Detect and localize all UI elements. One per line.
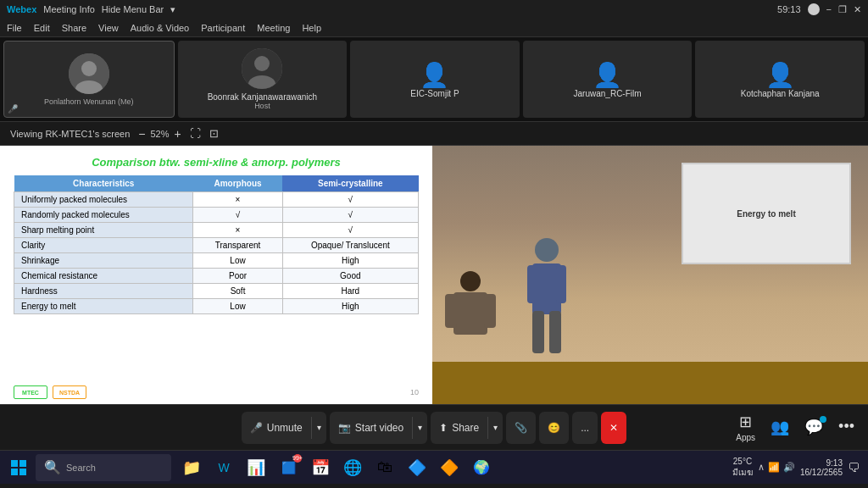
- share-label: Share: [452, 422, 479, 434]
- table-row: ShrinkageLowHigh: [14, 253, 419, 269]
- svg-rect-11: [549, 311, 561, 353]
- participant-strip: 🎤 Ponlathorn Wenunan (Me) Boonrak Kanjan…: [0, 37, 868, 122]
- slide-logos: MTEC NSTDA: [14, 385, 86, 399]
- svg-rect-9: [556, 265, 566, 303]
- more-options-button[interactable]: •••: [833, 414, 860, 441]
- menu-file[interactable]: File: [7, 23, 22, 33]
- share-main[interactable]: ⬆ Share: [431, 417, 488, 439]
- screen-text: Energy to melt: [733, 206, 798, 222]
- svg-point-6: [535, 238, 559, 262]
- more-button[interactable]: ...: [572, 412, 598, 444]
- taskbar-files-icon[interactable]: 📁: [176, 452, 207, 483]
- top-bar-left: Webex Meeting Info Hide Menu Bar ▾: [7, 4, 175, 15]
- start-video-main[interactable]: 📷 Start video: [330, 417, 413, 439]
- taskbar-app1-icon[interactable]: 🔷: [402, 452, 432, 483]
- webex-logo: Webex: [7, 4, 36, 14]
- taskbar-clock[interactable]: 9:13 16/12/2565: [800, 458, 843, 477]
- zoom-in-button[interactable]: +: [175, 127, 181, 141]
- taskbar-edge-icon[interactable]: 🌐: [337, 452, 368, 483]
- unmute-button-group[interactable]: 🎤 Unmute ▾: [242, 412, 326, 444]
- close-btn[interactable]: ✕: [854, 4, 861, 15]
- participant-tile-p4[interactable]: 👤 Kotchaphan Kanjana: [695, 41, 865, 118]
- table-cell-1: Poor: [193, 269, 282, 284]
- share-button-group[interactable]: ⬆ Share ▾: [431, 412, 503, 444]
- table-row: HardnessSoftHard: [14, 284, 419, 299]
- table-cell-1: Soft: [193, 284, 282, 299]
- svg-rect-14: [445, 294, 457, 328]
- svg-rect-10: [532, 311, 544, 353]
- unmute-arrow[interactable]: ▾: [312, 418, 326, 437]
- svg-point-1: [81, 61, 97, 76]
- top-bar-right: 59:13 − ❐ ✕: [777, 3, 861, 15]
- hide-menu-bar-btn[interactable]: Hide Menu Bar: [102, 4, 164, 14]
- pip-button[interactable]: ⊡: [209, 127, 219, 140]
- slide-title: Comparison btw. semi-xline & amorp. poly…: [14, 156, 419, 169]
- sys-tray-icons: ∧ 📶 🔊: [758, 462, 795, 473]
- participant-tile-self[interactable]: 🎤 Ponlathorn Wenunan (Me): [3, 41, 175, 118]
- meeting-info-btn[interactable]: Meeting Info: [43, 4, 95, 14]
- more-icon: ...: [581, 422, 589, 434]
- taskbar-store-icon[interactable]: 🛍: [370, 452, 400, 483]
- start-video-arrow[interactable]: ▾: [413, 418, 427, 437]
- participant-tile-p2[interactable]: 👤 EIC-Somjit P: [350, 41, 520, 118]
- search-text: Search: [66, 463, 96, 473]
- participants-button[interactable]: 👥: [765, 414, 794, 441]
- taskbar-chrome-icon[interactable]: 🌍: [466, 452, 497, 483]
- table-row: Randomly packed molecules√√: [14, 208, 419, 223]
- taskbar-apps-icon[interactable]: 📊: [241, 452, 271, 483]
- notification-center-icon[interactable]: 🗨: [848, 461, 860, 474]
- taskbar-badge-icon[interactable]: 🟦99+: [273, 452, 303, 483]
- menu-share[interactable]: Share: [62, 23, 86, 33]
- unmute-main[interactable]: 🎤 Unmute: [242, 417, 312, 439]
- menu-participant[interactable]: Participant: [201, 23, 245, 33]
- restore-btn[interactable]: ❐: [838, 4, 847, 15]
- slide-panel: Comparison btw. semi-xline & amorp. poly…: [0, 146, 432, 404]
- chat-button[interactable]: 💬: [799, 414, 828, 441]
- mic-off-icon: 🎤: [8, 104, 18, 114]
- start-video-button-group[interactable]: 📷 Start video ▾: [330, 412, 427, 444]
- table-cell-0: Randomly packed molecules: [14, 208, 193, 223]
- presenter-figure: [517, 235, 576, 362]
- svg-rect-19: [19, 469, 26, 475]
- svg-rect-8: [527, 265, 537, 303]
- svg-rect-16: [11, 460, 18, 467]
- mic-icon: 🎤: [250, 422, 263, 434]
- table-cell-2: Hard: [282, 284, 418, 299]
- col-header-semi-crystalline: Semi-crystalline: [282, 175, 418, 192]
- taskbar-app2-icon[interactable]: 🔶: [434, 452, 465, 483]
- clock-time: 9:13: [800, 458, 843, 468]
- menu-view[interactable]: View: [98, 23, 119, 33]
- video-panel: Energy to melt: [432, 146, 868, 404]
- participants-icon: 👥: [771, 418, 789, 436]
- menu-help[interactable]: Help: [302, 23, 321, 33]
- minimize-btn[interactable]: −: [826, 4, 832, 14]
- search-box[interactable]: 🔍 Search: [36, 454, 171, 481]
- table-cell-1: Low: [193, 299, 282, 314]
- table-cell-0: Chemical resistance: [14, 269, 193, 284]
- fullscreen-button[interactable]: ⛶: [190, 127, 201, 140]
- tray-chevron-icon[interactable]: ∧: [758, 462, 765, 473]
- taskbar-webex-icon[interactable]: W: [209, 452, 239, 483]
- start-button[interactable]: [3, 452, 34, 483]
- end-call-button[interactable]: ✕: [601, 412, 626, 444]
- apps-button[interactable]: ⊞ Apps: [731, 409, 760, 446]
- emoji-button[interactable]: 😊: [539, 412, 569, 444]
- menu-meeting[interactable]: Meeting: [257, 23, 290, 33]
- table-cell-2: High: [282, 299, 418, 314]
- apps-label: Apps: [736, 433, 755, 442]
- attach-button[interactable]: 📎: [506, 412, 536, 444]
- participant-tile-p1[interactable]: Boonrak Kanjanawarawanich Host: [178, 41, 348, 118]
- main-content: Comparison btw. semi-xline & amorp. poly…: [0, 146, 868, 404]
- timer-display: 59:13: [777, 4, 801, 14]
- table-cell-2: Good: [282, 269, 418, 284]
- search-icon: 🔍: [44, 459, 61, 475]
- participant-tile-p3[interactable]: 👤 Jaruwan_RC-Film: [523, 41, 693, 118]
- table-cell-1: ×: [193, 223, 282, 238]
- menu-edit[interactable]: Edit: [34, 23, 50, 33]
- share-arrow[interactable]: ▾: [488, 418, 503, 437]
- zoom-out-button[interactable]: −: [138, 127, 145, 141]
- taskbar-calendar-icon[interactable]: 📅: [305, 452, 336, 483]
- menu-audio-video[interactable]: Audio & Video: [131, 23, 190, 33]
- taskbar-icons: 📁 W 📊 🟦99+ 📅 🌐 🛍 🔷 🔶 🌍: [176, 452, 731, 483]
- avatar-self: [69, 53, 109, 94]
